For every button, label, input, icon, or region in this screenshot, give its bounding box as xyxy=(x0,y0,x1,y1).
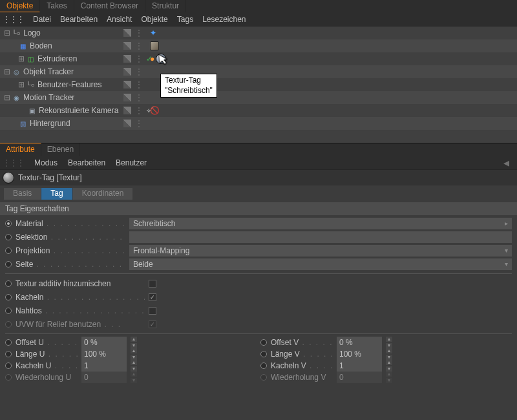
spinner[interactable]: ▴▾ xyxy=(131,360,137,372)
anim-dot[interactable] xyxy=(5,351,12,357)
expander-icon[interactable]: ⊟ xyxy=(4,28,12,37)
material-ball-icon xyxy=(3,172,14,184)
svg-marker-0 xyxy=(158,53,168,65)
menu-benutzer[interactable]: Benutzer xyxy=(116,158,147,167)
menu-ansicht[interactable]: Ansicht xyxy=(107,15,132,24)
anim-dot xyxy=(5,374,12,381)
subtab-tag[interactable]: Tag xyxy=(41,188,72,200)
expander-icon[interactable]: ⊞ xyxy=(18,54,26,63)
seite-field[interactable]: Beide▾ xyxy=(129,258,512,270)
anim-dot xyxy=(260,374,267,381)
tree-label: Extrudieren xyxy=(37,54,77,63)
spinner[interactable]: ▴▾ xyxy=(386,348,392,360)
field-laenge-v[interactable]: 100 % xyxy=(337,348,382,360)
camera-icon: ▣ xyxy=(27,106,36,115)
grip-icon: ⋮⋮⋮ xyxy=(3,158,24,167)
label-kacheln: Kacheln . . . . . . . . . . . . . . . . … xyxy=(16,293,145,302)
field-offset-u[interactable]: 0 % xyxy=(81,337,127,348)
field-offset-v[interactable]: 0 % xyxy=(337,337,382,348)
spinner[interactable]: ▴▾ xyxy=(386,337,392,348)
subtab-basis[interactable]: Basis xyxy=(4,188,41,200)
tree-label: Logo xyxy=(23,28,41,37)
anim-dot[interactable] xyxy=(5,294,12,300)
tab-objekte[interactable]: Objekte xyxy=(0,0,40,12)
history-back-icon[interactable]: ◂ xyxy=(503,156,509,170)
checkbox-additiv[interactable] xyxy=(149,280,156,288)
anim-dot[interactable] xyxy=(5,339,12,346)
menu-modus[interactable]: Modus xyxy=(34,158,58,167)
dropdown-icon[interactable]: ▾ xyxy=(505,260,508,268)
anim-dot[interactable] xyxy=(260,339,267,346)
tab-ebenen[interactable]: Ebenen xyxy=(41,143,80,156)
attribute-title: Textur-Tag [Textur] xyxy=(18,173,82,182)
tab-attribute[interactable]: Attribute xyxy=(0,143,41,156)
motion-tracker-icon: ◉ xyxy=(12,93,21,102)
label-nahtlos: Nahtlos . . . . . . . . . . . . . . . . … xyxy=(16,306,145,315)
tree-item-motion-tracker[interactable]: ⊟ ◉ Motion Tracker ⋮ xyxy=(0,91,517,104)
field-wiederholung-v: 0 xyxy=(337,372,382,383)
anchor-tag-icon[interactable]: ✦ xyxy=(150,28,156,37)
dropdown-icon[interactable]: ▸ xyxy=(505,220,508,227)
menu-lesezeichen[interactable]: Lesezeichen xyxy=(202,15,246,24)
label-laenge-v: Länge V . . . . . xyxy=(271,350,333,359)
spinner[interactable]: ▴▾ xyxy=(131,348,137,360)
extrude-icon: ◫ xyxy=(26,54,35,63)
checkbox-nahtlos[interactable] xyxy=(149,307,156,315)
anim-dot[interactable] xyxy=(5,362,12,369)
menu-datei[interactable]: Datei xyxy=(33,15,51,24)
field-laenge-u[interactable]: 100 % xyxy=(81,348,127,360)
menu-bearbeiten[interactable]: Bearbeiten xyxy=(60,15,98,24)
attribute-subtabs: Basis Tag Koordinaten xyxy=(4,188,513,200)
anim-dot[interactable] xyxy=(5,234,12,240)
attribute-panel-tabs: Attribute Ebenen xyxy=(0,143,517,156)
spinner[interactable]: ▴▾ xyxy=(131,337,137,348)
expander-icon[interactable]: ⊟ xyxy=(4,93,12,102)
field-kacheln-u[interactable]: 1 xyxy=(81,360,127,372)
dropdown-icon[interactable]: ▾ xyxy=(505,247,508,254)
anim-dot[interactable] xyxy=(260,351,267,357)
label-selektion: Selektion . . . . . . . . . . . . . . . xyxy=(16,233,125,242)
tree-item-objekt-tracker[interactable]: ⊟ ◎ Objekt Tracker ⋮ xyxy=(0,65,517,78)
anim-dot[interactable] xyxy=(260,362,267,369)
tooltip: Textur-Tag "Schreibtisch" xyxy=(160,74,217,98)
field-kacheln-v[interactable]: 1 xyxy=(337,360,382,372)
properties: Material . . . . . . . . . . . . . . . .… xyxy=(0,215,517,386)
section-tag-eigenschaften: Tag Eigenschaften xyxy=(0,202,517,215)
tab-struktur[interactable]: Struktur xyxy=(145,0,186,12)
phong-tag-icon[interactable]: ● xyxy=(150,54,154,63)
expander-icon[interactable]: ⊟ xyxy=(4,67,12,76)
tree-item-hintergrund[interactable]: ▧ Hintergrund ⋮ xyxy=(0,117,517,130)
attribute-menubar: ⋮⋮⋮ Modus Bearbeiten Benutzer ◂ xyxy=(0,156,517,170)
material-tag-icon[interactable] xyxy=(150,41,159,50)
tree-item-rek-kamera[interactable]: ▣ Rekonstruierte Kamera ⋮✧ 🚫 xyxy=(0,104,517,117)
menu-bearbeiten[interactable]: Bearbeiten xyxy=(68,158,105,167)
anim-dot[interactable] xyxy=(5,220,12,227)
spinner[interactable]: ▴▾ xyxy=(386,360,392,372)
tab-takes[interactable]: Takes xyxy=(40,0,74,12)
tree-item-extrudieren[interactable]: ⊞ ◫ Extrudieren ⋮✓ ● xyxy=(0,52,517,65)
anim-dot[interactable] xyxy=(5,261,12,268)
expander-icon[interactable]: ⊞ xyxy=(18,80,26,89)
subtab-koordinaten[interactable]: Koordinaten xyxy=(73,188,133,200)
material-field[interactable]: Schreibtisch▸ xyxy=(129,218,512,229)
tooltip-line2: "Schreibtisch" xyxy=(165,86,213,96)
tab-content-browser[interactable]: Content Browser xyxy=(74,0,145,12)
panel-tabs: Objekte Takes Content Browser Struktur xyxy=(0,0,517,12)
selektion-field[interactable] xyxy=(129,231,512,243)
menu-tags[interactable]: Tags xyxy=(177,15,193,24)
prohibit-icon[interactable]: 🚫 xyxy=(150,106,160,115)
background-icon: ▧ xyxy=(18,119,27,128)
label-kacheln-v: Kacheln V . . . . xyxy=(271,361,333,370)
tree-item-boden[interactable]: ▦ Boden ⋮ xyxy=(0,39,517,52)
label-wiederholung-v: Wiederholung V xyxy=(271,373,333,382)
menu-objekte[interactable]: Objekte xyxy=(141,15,167,24)
anim-dot[interactable] xyxy=(5,280,12,287)
anim-dot[interactable] xyxy=(5,247,12,254)
anim-dot[interactable] xyxy=(5,308,12,314)
label-material: Material . . . . . . . . . . . . . . . . xyxy=(16,219,125,228)
tree-item-benutzer-features[interactable]: ⊞ └○ Benutzer-Features ⋮ xyxy=(0,78,517,91)
tree-item-logo[interactable]: ⊟ └○ Logo ⋮ ✦ xyxy=(0,26,517,39)
checkbox-kacheln[interactable] xyxy=(149,293,156,301)
projektion-field[interactable]: Frontal-Mapping▾ xyxy=(129,245,512,257)
spinner: ▴▾ xyxy=(131,372,137,383)
